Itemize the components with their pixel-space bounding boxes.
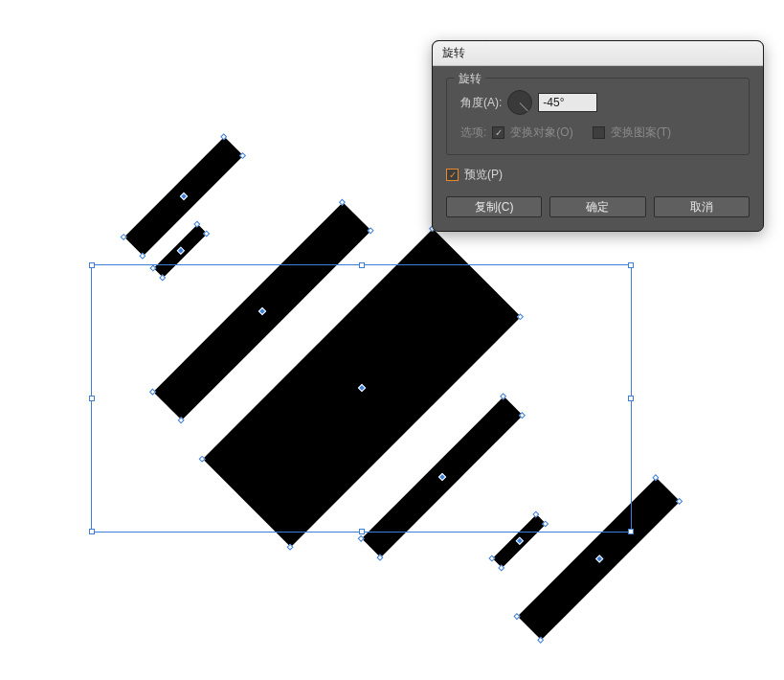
transform-objects-checkbox[interactable] [492, 126, 504, 139]
group-label: 旋转 [455, 71, 485, 87]
selection-handle[interactable] [89, 396, 95, 401]
selection-handle[interactable] [359, 262, 365, 268]
selection-handle[interactable] [89, 262, 95, 268]
preview-label: 预览(P) [464, 167, 503, 183]
dialog-titlebar[interactable]: 旋转 [433, 41, 763, 66]
artwork-bar[interactable] [493, 514, 547, 568]
cancel-button[interactable]: 取消 [654, 196, 750, 217]
dialog-title: 旋转 [442, 46, 465, 59]
transform-objects-label: 变换对象(O) [510, 125, 572, 141]
rotate-group: 旋转 角度(A): 选项: 变换对象(O) 变换图案(T) [446, 78, 750, 155]
selection-handle[interactable] [89, 529, 95, 534]
ok-button[interactable]: 确定 [549, 196, 645, 217]
preview-checkbox[interactable] [446, 169, 459, 181]
angle-dial-icon[interactable] [507, 90, 532, 115]
angle-input[interactable] [538, 93, 597, 112]
selection-handle[interactable] [628, 262, 634, 268]
artwork-bar[interactable] [518, 478, 681, 641]
artwork-bar[interactable] [203, 229, 521, 547]
transform-patterns-label: 变换图案(T) [611, 125, 671, 141]
selection-handle[interactable] [628, 396, 634, 401]
selection-handle[interactable] [359, 529, 365, 534]
transform-patterns-checkbox[interactable] [593, 126, 605, 139]
options-label: 选项: [460, 125, 486, 141]
rotate-dialog: 旋转 旋转 角度(A): 选项: 变换对象(O) 变换图案(T) 预览(P) [432, 40, 764, 232]
angle-label: 角度(A): [460, 95, 502, 111]
copy-button[interactable]: 复制(C) [446, 196, 542, 217]
